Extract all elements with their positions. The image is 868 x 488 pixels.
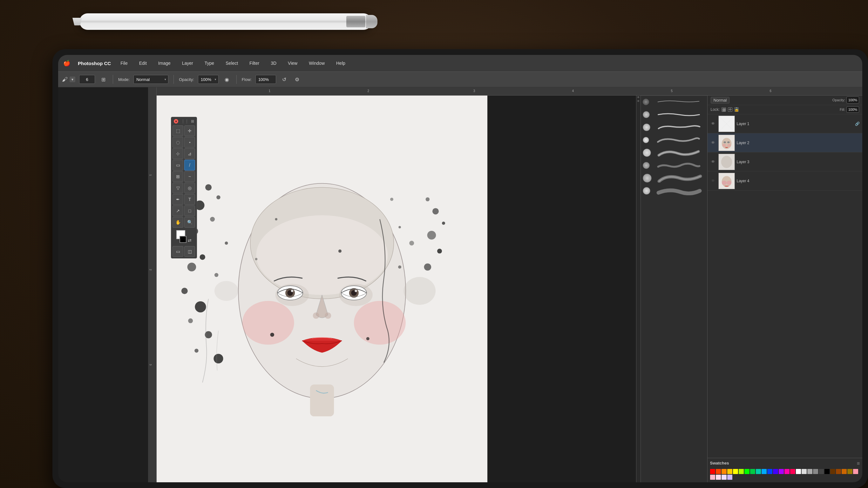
airbrush-icon[interactable]: ◉ xyxy=(222,75,231,84)
lock-all-btn[interactable]: 🔒 xyxy=(734,107,739,112)
menu-item-3d[interactable]: 3D xyxy=(269,59,278,67)
layer-4-visibility[interactable]: 👁 xyxy=(710,178,716,184)
blend-mode-normal-btn[interactable]: Normal xyxy=(711,97,730,103)
marquee-tool-btn[interactable]: ⬚ xyxy=(173,125,183,136)
menu-item-file[interactable]: File xyxy=(119,59,130,67)
swatch-periwinkle[interactable] xyxy=(727,475,732,480)
swatches-menu-btn[interactable]: ≡ xyxy=(857,461,860,466)
swatch-dark-brown[interactable] xyxy=(830,469,835,474)
swatch-pink[interactable] xyxy=(853,469,858,474)
brush-item-2[interactable] xyxy=(641,108,707,121)
stamp-tool-btn[interactable]: ⊞ xyxy=(173,171,183,182)
swatch-indigo[interactable] xyxy=(773,469,778,474)
swatch-orange[interactable] xyxy=(721,469,726,474)
swatch-light-pink[interactable] xyxy=(710,475,715,480)
brush-size-display[interactable]: 6 xyxy=(79,75,95,84)
swap-colors-btn[interactable]: ⇄ xyxy=(188,238,192,243)
settings-icon[interactable]: ⚙ xyxy=(292,75,302,84)
magic-wand-btn[interactable]: ⋆ xyxy=(184,137,195,148)
pen-tool-btn[interactable]: ✒ xyxy=(173,194,183,205)
menu-item-edit[interactable]: Edit xyxy=(137,59,149,67)
toolbox-expand-btn[interactable]: ⊞ xyxy=(191,119,194,124)
shape-tool-btn[interactable]: □ xyxy=(184,205,195,216)
blur-tool-btn[interactable]: ◎ xyxy=(184,183,195,193)
brush-item-6[interactable] xyxy=(641,159,707,171)
path-select-btn[interactable]: ↗ xyxy=(173,205,183,216)
layer-2-visibility[interactable]: 👁 xyxy=(710,140,716,146)
crop-tool-btn[interactable]: ⊹ xyxy=(173,148,183,159)
eraser-tool-btn[interactable]: ▭ xyxy=(173,160,183,170)
mode-select[interactable]: Normal Multiply Screen xyxy=(133,75,168,84)
menu-item-filter[interactable]: Filter xyxy=(248,59,261,67)
text-tool-btn[interactable]: T xyxy=(184,194,195,205)
brush-scroll-area[interactable] xyxy=(641,96,707,482)
canvas-area[interactable] xyxy=(157,96,487,482)
swatch-yellow[interactable] xyxy=(733,469,738,474)
swatch-violet[interactable] xyxy=(779,469,784,474)
swatch-dark-gray[interactable] xyxy=(819,469,824,474)
layer-item-3[interactable]: 👁 Layer 3 xyxy=(708,153,863,171)
swatch-light-blue[interactable] xyxy=(762,469,767,474)
swatch-gray[interactable] xyxy=(807,469,812,474)
menu-item-view[interactable]: View xyxy=(286,59,299,67)
screen-mode-btn[interactable]: ▭ xyxy=(173,246,183,257)
layer-3-visibility[interactable]: 👁 xyxy=(710,159,716,165)
layer-1-visibility[interactable]: 👁 xyxy=(710,121,716,127)
swatch-crimson[interactable] xyxy=(790,469,795,474)
lock-pixel-btn[interactable]: ▩ xyxy=(721,107,726,112)
swatch-brown[interactable] xyxy=(836,469,841,474)
swatch-magenta[interactable] xyxy=(784,469,789,474)
brush-item-4[interactable] xyxy=(641,134,707,146)
brush-item-3[interactable] xyxy=(641,121,707,133)
lasso-tool-btn[interactable]: ◌ xyxy=(173,137,183,148)
swatch-black[interactable] xyxy=(825,469,830,474)
swatch-lavender[interactable] xyxy=(721,475,726,480)
background-color-swatch[interactable] xyxy=(180,236,186,243)
menu-item-select[interactable]: Select xyxy=(224,59,240,67)
lock-position-btn[interactable]: ✛ xyxy=(728,107,732,112)
menu-item-window[interactable]: Window xyxy=(307,59,327,67)
quick-mask-btn[interactable]: ◫ xyxy=(184,246,195,257)
flow-value[interactable]: 100% xyxy=(255,75,276,84)
swatch-teal[interactable] xyxy=(756,469,761,474)
menu-item-layer[interactable]: Layer xyxy=(180,59,195,67)
swatch-green-2[interactable] xyxy=(750,469,755,474)
swatch-orange-red[interactable] xyxy=(716,469,721,474)
swatch-white[interactable] xyxy=(796,469,801,474)
layer-item-4[interactable]: 👁 Layer 4 xyxy=(708,171,863,191)
brush-item-1[interactable] xyxy=(641,96,707,108)
layer-item-2[interactable]: 👁 xyxy=(708,133,863,153)
swatch-yellow-orange[interactable] xyxy=(727,469,732,474)
layer-item-1[interactable]: 👁 Layer 1 🔗 xyxy=(708,114,863,133)
swatch-mid-gray[interactable] xyxy=(813,469,818,474)
paint-bucket-btn[interactable]: ▽ xyxy=(173,183,183,193)
toolbox-close-btn[interactable]: ✕ xyxy=(174,119,178,124)
opacity-value[interactable]: 100% xyxy=(198,75,219,84)
brush-item-8[interactable] xyxy=(641,185,707,197)
pencil-tool-btn[interactable]: / xyxy=(184,160,195,170)
menu-item-type[interactable]: Type xyxy=(203,59,216,67)
eyedropper-tool-btn[interactable]: ⊿ xyxy=(184,148,195,159)
swatch-yellow-green[interactable] xyxy=(739,469,744,474)
swatch-light-gray[interactable] xyxy=(802,469,807,474)
swatch-olive[interactable] xyxy=(847,469,852,474)
menu-item-image[interactable]: Image xyxy=(156,59,173,67)
zoom-tool-btn[interactable]: 🔍 xyxy=(184,217,195,228)
smoothing-icon[interactable]: ↺ xyxy=(280,75,289,84)
swatch-blue[interactable] xyxy=(767,469,772,474)
fill-value[interactable]: 100% xyxy=(846,106,859,113)
brush-item-7[interactable] xyxy=(641,172,707,184)
move-tool-btn[interactable]: ✛ xyxy=(184,125,195,136)
swatch-green[interactable] xyxy=(744,469,749,474)
swatch-pale-pink[interactable] xyxy=(716,475,721,480)
swatch-red[interactable] xyxy=(710,469,715,474)
color-swatch-container[interactable] xyxy=(176,230,186,243)
smudge-tool-btn[interactable]: ~ xyxy=(184,171,195,182)
opacity-small-value[interactable]: 100% xyxy=(846,97,859,103)
brush-dropdown-btn[interactable]: ▼ xyxy=(69,76,75,82)
brush-item-5[interactable] xyxy=(641,147,707,159)
brush-options-icon[interactable]: ⊞ xyxy=(99,75,108,84)
menu-item-help[interactable]: Help xyxy=(334,59,347,67)
hand-tool-btn[interactable]: ✋ xyxy=(173,217,183,228)
swatch-burnt-orange[interactable] xyxy=(842,469,847,474)
